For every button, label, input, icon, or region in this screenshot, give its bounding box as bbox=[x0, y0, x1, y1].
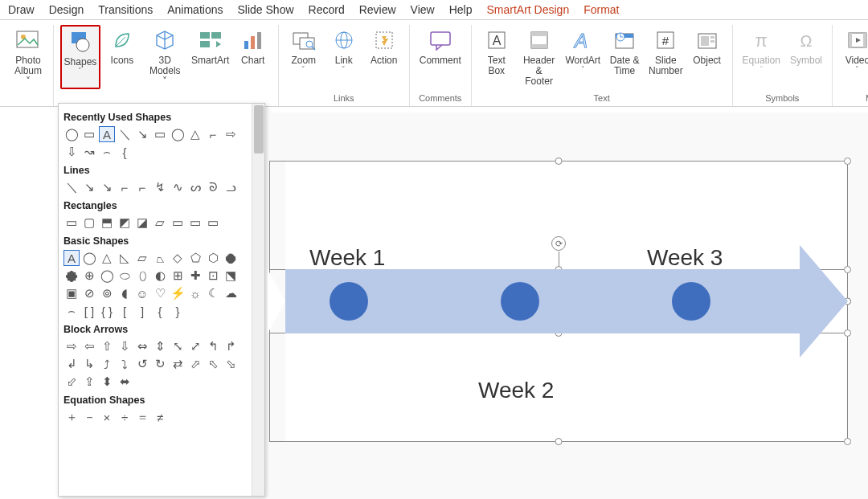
basic-29[interactable]: ☼ bbox=[187, 285, 203, 301]
ba-4[interactable]: ⇩ bbox=[117, 338, 133, 354]
shape-arrow-r[interactable]: ⇨ bbox=[223, 126, 239, 142]
timeline-arrow-head[interactable] bbox=[800, 245, 848, 358]
basic-14[interactable]: ⬭ bbox=[117, 268, 133, 284]
ba-5[interactable]: ⇔ bbox=[134, 338, 150, 354]
menu-help[interactable]: Help bbox=[449, 3, 473, 16]
rect-8[interactable]: ▭ bbox=[187, 215, 203, 231]
menu-transitions[interactable]: Transitions bbox=[98, 3, 153, 16]
basic-pent[interactable]: ⬠ bbox=[187, 250, 203, 266]
handle-s[interactable] bbox=[555, 438, 563, 445]
shapes-button[interactable]: Shapes ˅ bbox=[60, 25, 100, 89]
smartart-button[interactable]: SmartArt bbox=[190, 25, 231, 89]
basic-20[interactable]: ⬔ bbox=[223, 268, 239, 284]
basic-12[interactable]: ⊕ bbox=[81, 268, 97, 284]
line-5[interactable]: ⌐ bbox=[134, 179, 150, 195]
video-button[interactable]: Video˅ bbox=[839, 25, 868, 76]
dropdown-scrollbar[interactable] bbox=[252, 104, 264, 496]
basic-15[interactable]: ⬯ bbox=[134, 268, 150, 284]
slidenumber-button[interactable]: # SlideNumber bbox=[646, 25, 686, 89]
ba-3[interactable]: ⇧ bbox=[99, 338, 115, 354]
link-button[interactable]: Link˅ bbox=[326, 25, 362, 76]
line-6[interactable]: ↯ bbox=[152, 179, 168, 195]
basic-18[interactable]: ✚ bbox=[187, 268, 203, 284]
ba-12[interactable]: ↳ bbox=[81, 356, 97, 372]
label-week2[interactable]: Week 2 bbox=[478, 378, 554, 403]
shape-textbox[interactable]: A bbox=[99, 126, 115, 142]
menu-draw[interactable]: Draw bbox=[8, 3, 35, 16]
shape-arrowline[interactable]: ↘ bbox=[134, 126, 150, 142]
basic-24[interactable]: ⊚ bbox=[99, 285, 115, 301]
basic-trap[interactable]: ⏢ bbox=[152, 250, 168, 266]
textbox-button[interactable]: A TextBox bbox=[478, 25, 515, 89]
ba-23[interactable]: ⬍ bbox=[99, 374, 115, 390]
rect-1[interactable]: ▭ bbox=[63, 215, 80, 231]
eq-neq[interactable]: ≠ bbox=[152, 409, 168, 425]
ba-8[interactable]: ⤢ bbox=[187, 338, 203, 354]
basic-32[interactable]: ⌢ bbox=[63, 303, 80, 319]
rect-2[interactable]: ▢ bbox=[81, 215, 97, 231]
shape-tri[interactable]: △ bbox=[187, 126, 203, 142]
rect-3[interactable]: ⬒ bbox=[99, 215, 115, 231]
line-3[interactable]: ↘ bbox=[99, 179, 115, 195]
ba-1[interactable]: ⇨ bbox=[63, 338, 80, 354]
basic-31[interactable]: ☁ bbox=[223, 285, 239, 301]
shape-elbow[interactable]: ⌐ bbox=[205, 126, 221, 142]
rect-6[interactable]: ▱ bbox=[152, 215, 168, 231]
basic-30[interactable]: ☾ bbox=[205, 285, 221, 301]
label-week1[interactable]: Week 1 bbox=[309, 245, 385, 271]
basic-tri[interactable]: △ bbox=[99, 250, 115, 266]
eq-eq[interactable]: ＝ bbox=[134, 409, 150, 425]
header-footer-button[interactable]: Header& Footer bbox=[518, 25, 560, 89]
action-button[interactable]: Action bbox=[366, 25, 403, 76]
icons-button[interactable]: Icons bbox=[104, 25, 141, 89]
basic-38[interactable]: } bbox=[170, 303, 186, 319]
timeline-dot-2[interactable] bbox=[501, 282, 539, 321]
basic-22[interactable]: ▣ bbox=[63, 285, 80, 301]
basic-35[interactable]: [ bbox=[117, 303, 133, 319]
basic-25[interactable]: ◖ bbox=[117, 285, 133, 301]
rect-4[interactable]: ◩ bbox=[117, 215, 133, 231]
comment-button[interactable]: Comment bbox=[416, 25, 465, 67]
basic-oval[interactable]: ◯ bbox=[81, 250, 97, 266]
handle-se[interactable] bbox=[844, 438, 851, 445]
ba-13[interactable]: ⤴ bbox=[99, 356, 115, 372]
menu-smartart-design[interactable]: SmartArt Design bbox=[486, 3, 569, 16]
basic-para[interactable]: ▱ bbox=[134, 250, 150, 266]
rect-7[interactable]: ▭ bbox=[170, 215, 186, 231]
basic-19[interactable]: ⊡ bbox=[205, 268, 221, 284]
timeline-dot-3[interactable] bbox=[672, 282, 710, 321]
ba-11[interactable]: ↲ bbox=[63, 356, 80, 372]
basic-rtri[interactable]: ◺ bbox=[117, 250, 133, 266]
shape-rect[interactable]: ▭ bbox=[81, 126, 97, 142]
eq-minus[interactable]: － bbox=[81, 409, 97, 425]
ba-9[interactable]: ↰ bbox=[205, 338, 221, 354]
line-10[interactable]: ᓗ bbox=[223, 179, 239, 195]
ba-21[interactable]: ⬃ bbox=[63, 374, 80, 390]
datetime-button[interactable]: Date &Time bbox=[606, 25, 643, 89]
slide-canvas[interactable]: ⟳ Week 1 Week 2 Week 3 bbox=[285, 161, 848, 442]
ba-7[interactable]: ⤡ bbox=[170, 338, 186, 354]
object-button[interactable]: Object bbox=[689, 25, 726, 89]
eq-plus[interactable]: ＋ bbox=[63, 409, 80, 425]
zoom-button[interactable]: Zoom˅ bbox=[285, 25, 322, 76]
menu-view[interactable]: View bbox=[411, 3, 435, 16]
ba-20[interactable]: ⬂ bbox=[223, 356, 239, 372]
basic-37[interactable]: { bbox=[152, 303, 168, 319]
basic-dia[interactable]: ◇ bbox=[170, 250, 186, 266]
ba-2[interactable]: ⇦ bbox=[81, 338, 97, 354]
line-8[interactable]: ᔕ bbox=[187, 179, 203, 195]
basic-oct[interactable]: ⯄ bbox=[63, 268, 80, 284]
ba-6[interactable]: ⇕ bbox=[152, 338, 168, 354]
3d-models-button[interactable]: 3D Models ˅ bbox=[144, 25, 186, 89]
basic-36[interactable]: ] bbox=[134, 303, 150, 319]
basic-34[interactable]: { } bbox=[99, 303, 115, 319]
basic-27[interactable]: ♡ bbox=[152, 285, 168, 301]
basic-16[interactable]: ◐ bbox=[152, 268, 168, 284]
menu-record[interactable]: Record bbox=[309, 3, 345, 16]
ba-14[interactable]: ⤵ bbox=[117, 356, 133, 372]
shape-curve[interactable]: ↝ bbox=[81, 144, 97, 160]
line-2[interactable]: ↘ bbox=[81, 179, 97, 195]
basic-13[interactable]: ◯ bbox=[99, 268, 115, 284]
menu-animations[interactable]: Animations bbox=[167, 3, 223, 16]
rect-5[interactable]: ◪ bbox=[134, 215, 150, 231]
